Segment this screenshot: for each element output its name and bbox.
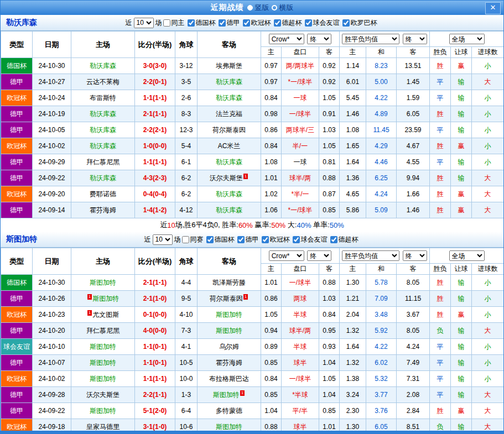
same-home-filter[interactable]: 同主	[162, 18, 185, 28]
result: 平	[430, 339, 451, 355]
scope-select[interactable]: 全场	[449, 34, 485, 44]
odds-company-select[interactable]: Crow*	[269, 250, 304, 261]
odds-home: 1.04	[261, 403, 282, 419]
odds-home: 0.84	[261, 371, 282, 387]
avg-draw: 5.00	[366, 74, 397, 90]
vertical-layout-radio[interactable]	[247, 5, 253, 11]
same-home-checkbox[interactable]	[163, 19, 170, 27]
avg-type-select[interactable]: 胜平负均值	[342, 34, 399, 44]
score: 1-1(1-1)	[135, 154, 175, 170]
league-checkbox[interactable]	[262, 236, 269, 243]
summary-text: 近	[160, 220, 167, 230]
handicap-result: 赢	[451, 403, 472, 419]
near-label: 近	[126, 18, 132, 28]
away-team: 乌尔姆	[198, 339, 261, 355]
team-label: 沃尔夫斯堡	[210, 174, 243, 182]
league-checkbox[interactable]	[237, 236, 245, 243]
league-filter[interactable]: 欧冠杯	[242, 18, 271, 28]
competition-type: 德甲	[1, 403, 33, 419]
league-checkbox[interactable]	[330, 236, 337, 243]
near-count-select[interactable]: 10	[134, 18, 154, 28]
team-label: 拜仁慕尼黑	[86, 327, 119, 334]
league-checkbox[interactable]	[274, 19, 281, 27]
match-date: 24-10-02	[33, 371, 71, 387]
odds-time-select[interactable]: 终	[307, 250, 331, 261]
away-team: 荷尔斯泰因1	[198, 291, 261, 307]
handicap: *一/球半	[282, 202, 319, 218]
away-team: AC米兰	[198, 138, 261, 154]
recent-results-window: 近期战绩 竖版 横版 ✕ 勒沃库森 近 10 场 同主 德国杯 德甲 欧冠杯 德…	[0, 0, 504, 434]
odds-company-select[interactable]: Crow*	[269, 34, 304, 44]
league-filter[interactable]: 球会友谊	[304, 18, 340, 28]
horizontal-layout-radio[interactable]	[272, 5, 277, 11]
league-checkbox[interactable]	[219, 19, 226, 27]
avg-time-select[interactable]: 终	[403, 250, 427, 261]
league-filter[interactable]: 球会友谊	[292, 235, 328, 244]
handicap-result: 输	[451, 275, 472, 291]
away-team: 荷尔斯泰因	[198, 122, 261, 138]
handicap: 球半	[282, 419, 319, 434]
section-stuttgart: 斯图加特 近 10 场 同赛 德国杯 德甲 欧冠杯 球会友谊 德超杯 类型	[1, 232, 503, 434]
match-date: 24-10-27	[33, 74, 71, 90]
col-away: 客场	[198, 32, 261, 58]
avg-draw: 6.25	[366, 170, 397, 186]
same-competition-filter[interactable]: 同赛	[181, 235, 204, 244]
corners: 6-2	[175, 186, 198, 202]
home-team: 1斯图加特	[71, 291, 135, 307]
match-date: 24-09-22	[33, 403, 71, 419]
competition-type: 德甲	[1, 355, 33, 371]
league-filter[interactable]: 欧罗巴杯	[341, 18, 377, 28]
avg-home: 1.64	[340, 339, 366, 355]
near-label: 近	[144, 235, 151, 244]
home-team: 皇家马德里	[71, 419, 135, 434]
league-checkbox[interactable]	[188, 19, 195, 27]
league-label: 德甲	[246, 235, 259, 244]
avg-away: 4.24	[397, 339, 430, 355]
league-checkbox[interactable]	[243, 19, 250, 27]
competition-type: 德国杯	[1, 275, 33, 291]
handicap: 半/一	[282, 138, 319, 154]
league-checkbox[interactable]	[305, 19, 312, 27]
handicap: 两/两球半	[282, 58, 319, 74]
scope-select[interactable]: 全场	[449, 250, 485, 261]
league-filter[interactable]: 德甲	[236, 235, 259, 244]
filter-bar: 近 10 场 同赛 德国杯 德甲 欧冠杯 球会友谊 德超杯	[144, 234, 360, 245]
league-filter[interactable]: 德超杯	[329, 235, 358, 244]
league-filter[interactable]: 欧冠杯	[261, 235, 290, 244]
goals-over-under: 大	[472, 387, 504, 403]
league-checkbox[interactable]	[342, 19, 350, 27]
red-card-badge: 1	[87, 294, 92, 300]
corners: 3-12	[175, 58, 198, 74]
odds-home: 1.06	[261, 202, 282, 218]
avg-away: 6.05	[397, 106, 430, 122]
same-competition-checkbox[interactable]	[182, 236, 189, 243]
league-filter[interactable]: 德甲	[217, 18, 240, 28]
avg-type-select[interactable]: 胜平负均值	[342, 250, 399, 261]
match-row: 欧冠杯24-09-18皇家马德里3-1(1-0)10-6斯图加特0.88球半1.…	[1, 419, 504, 434]
over-rate: 40%	[297, 221, 311, 229]
team-label: 勒沃库森	[90, 126, 116, 134]
avg-draw: 11.45	[366, 122, 397, 138]
avg-time-select[interactable]: 终	[403, 34, 427, 44]
league-checkbox[interactable]	[206, 236, 214, 243]
goals-over-under: 小	[472, 355, 504, 371]
league-filter[interactable]: 德国杯	[186, 18, 216, 28]
league-filter[interactable]: 德超杯	[273, 18, 302, 28]
league-filter[interactable]: 德国杯	[205, 235, 235, 244]
close-icon[interactable]: ✕	[485, 2, 501, 14]
team-name: 勒沃库森	[1, 18, 37, 28]
odds-away: 0.87	[319, 186, 340, 202]
near-count-select[interactable]: 10	[153, 234, 173, 245]
league-label: 欧冠杯	[270, 235, 290, 244]
match-row: 欧冠杯24-10-24布雷斯特1-1(1-1)2-6勒沃库森0.84一球1.05…	[1, 90, 504, 106]
competition-type: 德国杯	[1, 58, 33, 74]
match-row: 德甲24-10-19勒沃库森2-1(1-1)8-3法兰克福0.98一/球半0.9…	[1, 106, 504, 122]
handicap: 球半	[282, 355, 319, 371]
avg-away: 8.51	[397, 419, 430, 434]
avg-group-header: 胜平负均值 终	[340, 248, 430, 264]
handicap: *半球	[282, 387, 319, 403]
col-home: 主场	[71, 32, 135, 58]
odds-time-select[interactable]: 终	[307, 34, 331, 44]
match-date: 24-10-23	[33, 307, 71, 323]
league-checkbox[interactable]	[293, 236, 300, 243]
